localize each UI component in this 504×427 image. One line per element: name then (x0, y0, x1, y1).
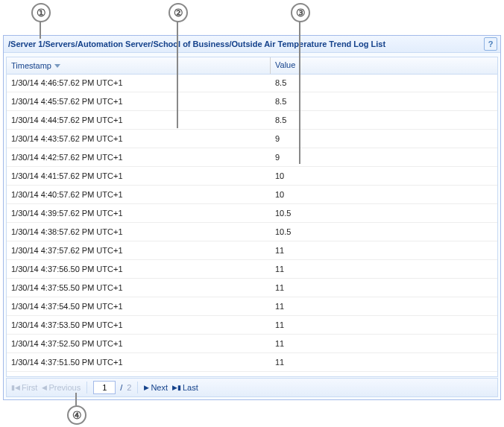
last-icon: ▶▮ (172, 384, 181, 391)
cell-timestamp: 1/30/14 4:37:55.50 PM UTC+1 (7, 283, 271, 292)
log-list-panel: /Server 1/Servers/Automation Server/Scho… (3, 35, 501, 400)
log-grid: Timestamp Value 1/30/14 4:46:57.62 PM UT… (6, 57, 498, 377)
cell-value: 10 (271, 171, 497, 180)
pager-separator (86, 382, 87, 393)
table-row[interactable]: 1/30/14 4:37:51.50 PM UTC+111 (7, 353, 497, 372)
table-row[interactable]: 1/30/14 4:44:57.62 PM UTC+18.5 (7, 111, 497, 130)
next-icon: ▶ (144, 384, 149, 391)
pager: ▮◀ First ◀ Previous / 2 ▶ Next ▶▮ Last (6, 378, 498, 397)
previous-icon: ◀ (42, 384, 47, 391)
panel-header: /Server 1/Servers/Automation Server/Scho… (4, 36, 500, 53)
cell-timestamp: 1/30/14 4:37:57.62 PM UTC+1 (7, 246, 271, 255)
pager-page-input[interactable] (93, 381, 116, 394)
grid-body[interactable]: 1/30/14 4:46:57.62 PM UTC+18.51/30/14 4:… (7, 74, 497, 376)
cell-value: 10.5 (271, 227, 497, 236)
table-row[interactable]: 1/30/14 4:46:57.62 PM UTC+18.5 (7, 74, 497, 92)
column-header-timestamp[interactable]: Timestamp (7, 57, 271, 74)
cell-timestamp: 1/30/14 4:38:57.62 PM UTC+1 (7, 227, 271, 236)
column-header-timestamp-label: Timestamp (11, 61, 51, 70)
breadcrumb: /Server 1/Servers/Automation Server/Scho… (8, 39, 385, 48)
table-row[interactable]: 1/30/14 4:37:50.50 PM UTC+111 (7, 372, 497, 376)
table-row[interactable]: 1/30/14 4:45:57.62 PM UTC+18.5 (7, 92, 497, 111)
sort-desc-icon (54, 64, 60, 68)
cell-value: 8.5 (271, 78, 497, 87)
table-row[interactable]: 1/30/14 4:37:54.50 PM UTC+111 (7, 297, 497, 316)
cell-value: 11 (271, 320, 497, 329)
table-row[interactable]: 1/30/14 4:37:52.50 PM UTC+111 (7, 335, 497, 353)
cell-value: 10.5 (271, 209, 497, 218)
cell-timestamp: 1/30/14 4:37:56.50 PM UTC+1 (7, 265, 271, 273)
pager-next-button[interactable]: ▶ Next (144, 383, 168, 392)
pager-last-button[interactable]: ▶▮ Last (172, 383, 198, 392)
callout-1-line (40, 21, 41, 39)
table-row[interactable]: 1/30/14 4:37:53.50 PM UTC+111 (7, 316, 497, 335)
pager-previous-label: Previous (48, 383, 81, 392)
cell-value: 9 (271, 153, 497, 162)
cell-value: 11 (271, 283, 497, 292)
callout-2: ② (168, 3, 188, 22)
help-icon[interactable]: ? (484, 37, 497, 51)
cell-timestamp: 1/30/14 4:46:57.62 PM UTC+1 (7, 78, 271, 87)
cell-timestamp: 1/30/14 4:39:57.62 PM UTC+1 (7, 209, 271, 218)
table-row[interactable]: 1/30/14 4:42:57.62 PM UTC+19 (7, 148, 497, 167)
pager-last-label: Last (183, 383, 198, 392)
cell-timestamp: 1/30/14 4:37:54.50 PM UTC+1 (7, 302, 271, 311)
callout-4: ④ (67, 405, 86, 425)
table-row[interactable]: 1/30/14 4:37:56.50 PM UTC+111 (7, 260, 497, 279)
pager-separator-2 (137, 382, 138, 393)
pager-page-total: 2 (127, 383, 131, 392)
pager-first-button[interactable]: ▮◀ First (11, 383, 37, 392)
column-header-value[interactable]: Value (271, 57, 497, 74)
pager-previous-button[interactable]: ◀ Previous (42, 383, 81, 392)
table-row[interactable]: 1/30/14 4:43:57.62 PM UTC+19 (7, 130, 497, 148)
cell-timestamp: 1/30/14 4:37:51.50 PM UTC+1 (7, 358, 271, 367)
cell-value: 11 (271, 339, 497, 348)
cell-timestamp: 1/30/14 4:37:52.50 PM UTC+1 (7, 339, 271, 348)
callout-1: ① (31, 3, 51, 22)
cell-timestamp: 1/30/14 4:37:53.50 PM UTC+1 (7, 320, 271, 329)
table-row[interactable]: 1/30/14 4:37:55.50 PM UTC+111 (7, 279, 497, 297)
cell-timestamp: 1/30/14 4:41:57.62 PM UTC+1 (7, 171, 271, 180)
pager-first-label: First (22, 383, 37, 392)
grid-header-row: Timestamp Value (7, 57, 497, 75)
cell-timestamp: 1/30/14 4:42:57.62 PM UTC+1 (7, 153, 271, 162)
callout-3-line (299, 21, 300, 164)
cell-value: 9 (271, 134, 497, 143)
cell-timestamp: 1/30/14 4:45:57.62 PM UTC+1 (7, 97, 271, 106)
cell-value: 8.5 (271, 116, 497, 124)
table-row[interactable]: 1/30/14 4:39:57.62 PM UTC+110.5 (7, 204, 497, 223)
cell-timestamp: 1/30/14 4:43:57.62 PM UTC+1 (7, 134, 271, 143)
pager-next-label: Next (151, 383, 168, 392)
callout-4-line (75, 393, 77, 405)
table-row[interactable]: 1/30/14 4:41:57.62 PM UTC+110 (7, 167, 497, 186)
table-row[interactable]: 1/30/14 4:38:57.62 PM UTC+110.5 (7, 223, 497, 241)
cell-timestamp: 1/30/14 4:40:57.62 PM UTC+1 (7, 190, 271, 199)
cell-value: 10 (271, 190, 497, 199)
cell-value: 8.5 (271, 97, 497, 106)
table-row[interactable]: 1/30/14 4:40:57.62 PM UTC+110 (7, 186, 497, 204)
table-row[interactable]: 1/30/14 4:37:57.62 PM UTC+111 (7, 241, 497, 260)
cell-value: 11 (271, 302, 497, 311)
callout-3: ③ (291, 3, 310, 22)
cell-value: 11 (271, 246, 497, 255)
callout-2-line (177, 21, 178, 128)
cell-value: 11 (271, 265, 497, 273)
cell-timestamp: 1/30/14 4:44:57.62 PM UTC+1 (7, 116, 271, 124)
first-icon: ▮◀ (11, 384, 20, 391)
pager-page-sep: / (120, 383, 122, 392)
cell-value: 11 (271, 358, 497, 367)
